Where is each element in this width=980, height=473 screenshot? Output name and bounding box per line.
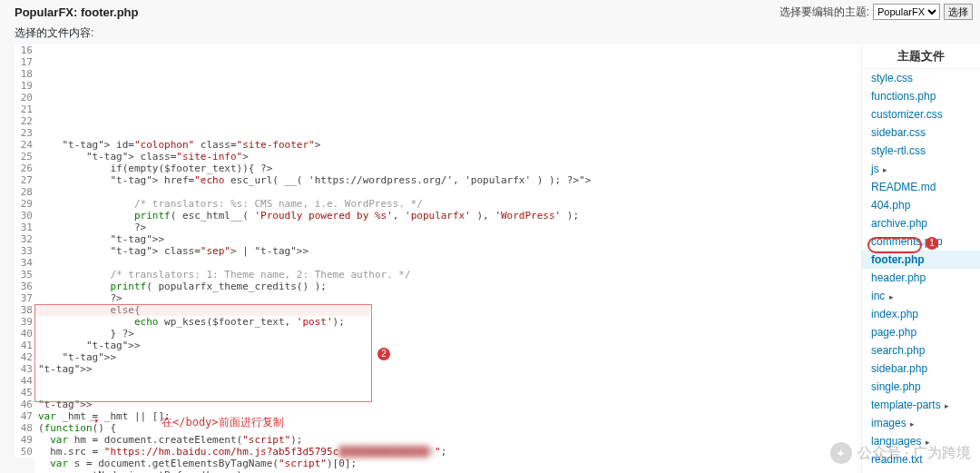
sidebar-file-sidebar-php[interactable]: sidebar.php	[862, 360, 980, 378]
line-number: 43	[15, 363, 33, 375]
line-number: 34	[15, 257, 33, 269]
line-number: 48	[15, 422, 33, 434]
line-number: 31	[15, 222, 33, 233]
selected-file-label: 选择的文件内容:	[0, 22, 980, 44]
theme-select-label: 选择要编辑的主题:	[779, 5, 869, 20]
line-number: 39	[15, 316, 33, 328]
code-line[interactable]: /* translators: %s: CMS name, i.e. WordP…	[34, 198, 861, 210]
callout-2: 2	[377, 348, 390, 360]
theme-files-sidebar: 主题文件 style.cssfunctions.phpcustomizer.cs…	[861, 44, 980, 473]
watermark: ✦ 公众号 · 广为跨境	[830, 442, 971, 464]
line-number: 32	[15, 233, 33, 245]
line-number: 50	[15, 446, 33, 458]
line-number: 17	[15, 56, 33, 68]
sidebar-file-index-php[interactable]: index.php	[862, 305, 980, 323]
line-number: 33	[15, 245, 33, 257]
line-number: 19	[15, 80, 33, 92]
sidebar-file-inc[interactable]: inc ▸	[862, 287, 980, 305]
sidebar-file-page-php[interactable]: page.php	[862, 323, 980, 341]
line-number: 46	[15, 399, 33, 410]
code-line[interactable]: ?>	[34, 292, 861, 304]
line-number: 36	[15, 281, 33, 292]
code-line[interactable]: "t-tag"> class="site-info">	[34, 151, 861, 163]
watermark-text: 公众号 · 广为跨境	[858, 444, 971, 463]
chevron-right-icon: ▸	[881, 165, 888, 174]
line-number: 28	[15, 186, 33, 198]
code-line[interactable]: /* translators: 1: Theme name, 2: Theme …	[34, 269, 861, 281]
line-number: 49	[15, 434, 33, 446]
line-number: 27	[15, 174, 33, 186]
callout-oval-1	[867, 237, 922, 253]
line-number: 23	[15, 127, 33, 139]
sidebar-file-template-parts[interactable]: template-parts ▸	[862, 396, 980, 414]
code-line[interactable]: if(empty($footer_text)){ ?>	[34, 163, 861, 174]
sidebar-file-style-css[interactable]: style.css	[862, 69, 980, 87]
line-number: 40	[15, 328, 33, 340]
sidebar-file-style-rtl-css[interactable]: style-rtl.css	[862, 142, 980, 160]
sidebar-file-customizer-css[interactable]: customizer.css	[862, 105, 980, 123]
line-number: 30	[15, 210, 33, 222]
line-number: 37	[15, 292, 33, 304]
line-number: 44	[15, 375, 33, 387]
line-number: 20	[15, 92, 33, 103]
line-number: 42	[15, 351, 33, 363]
code-line[interactable]: var _hmt = _hmt || [];	[34, 410, 861, 422]
wechat-icon: ✦	[830, 442, 852, 464]
sidebar-file-search-php[interactable]: search.php	[862, 341, 980, 360]
line-number: 47	[15, 410, 33, 422]
chevron-right-icon: ▸	[943, 401, 950, 410]
sidebar-file-js[interactable]: js ▸	[862, 160, 980, 178]
sidebar-file-archive-php[interactable]: archive.php	[862, 214, 980, 232]
theme-select[interactable]: PopularFX	[873, 4, 940, 20]
sidebar-file-functions-php[interactable]: functions.php	[862, 87, 980, 105]
code-line[interactable]: (function() {	[34, 422, 861, 434]
sidebar-file-single-php[interactable]: single.php	[862, 378, 980, 396]
chevron-right-icon: ▸	[887, 292, 894, 301]
code-editor[interactable]: 1617181920212223242526272829303132333435…	[0, 44, 861, 473]
line-number: 21	[15, 103, 33, 115]
code-line[interactable]: "t-tag"> id="colophon" class="site-foote…	[34, 139, 861, 151]
code-line[interactable]: "t-tag"> href="echo esc_url( __( 'https:…	[34, 174, 861, 186]
line-number: 24	[15, 139, 33, 151]
line-number: 35	[15, 269, 33, 281]
annotation-text: 在</body>前面进行复制	[162, 417, 284, 429]
code-line[interactable]	[34, 186, 861, 198]
code-line[interactable]	[34, 257, 861, 269]
sidebar-file-images[interactable]: images ▸	[862, 414, 980, 432]
sidebar-title: 主题文件	[862, 44, 980, 69]
code-line[interactable]: var hm = document.createElement("script"…	[34, 434, 861, 446]
chevron-right-icon: ▸	[908, 419, 916, 429]
line-number: 16	[15, 44, 33, 56]
arrow-icon: ➝	[89, 415, 99, 427]
sidebar-file-404-php[interactable]: 404.php	[862, 196, 980, 214]
line-number: 41	[15, 340, 33, 351]
code-line[interactable]: "t-tag"> class="sep"> | "t-tag">>	[34, 245, 861, 257]
sidebar-file-sidebar-css[interactable]: sidebar.css	[862, 123, 980, 142]
code-line[interactable]: "t-tag">>	[34, 233, 861, 245]
sidebar-file-header-php[interactable]: header.php	[862, 269, 980, 287]
line-number: 18	[15, 68, 33, 80]
sidebar-file-README-md[interactable]: README.md	[862, 178, 980, 196]
code-line[interactable]: printf( popularfx_theme_credits() );	[34, 281, 861, 292]
code-line[interactable]: s.parentNode.insertBefore(hm, s);	[34, 469, 861, 473]
line-number: 26	[15, 163, 33, 174]
line-number: 25	[15, 151, 33, 163]
code-line[interactable]: hm.src = "https://hm.baidu.com/hm.js?ab5…	[34, 446, 861, 458]
code-line[interactable]: printf( esc_html__( 'Proudly powered by …	[34, 210, 861, 222]
line-number: 22	[15, 115, 33, 127]
line-number: 45	[15, 387, 33, 399]
line-number: 29	[15, 198, 33, 210]
code-line[interactable]: ?>	[34, 222, 861, 233]
line-number: 38	[15, 304, 33, 316]
code-line[interactable]: var s = document.getElementsByTagName("s…	[34, 458, 861, 469]
page-title: PopularFX: footer.php	[15, 5, 139, 19]
sidebar-file-footer-php[interactable]: footer.php	[862, 251, 980, 269]
callout-1: 1	[926, 237, 938, 250]
choose-theme-button[interactable]: 选择	[944, 4, 973, 20]
